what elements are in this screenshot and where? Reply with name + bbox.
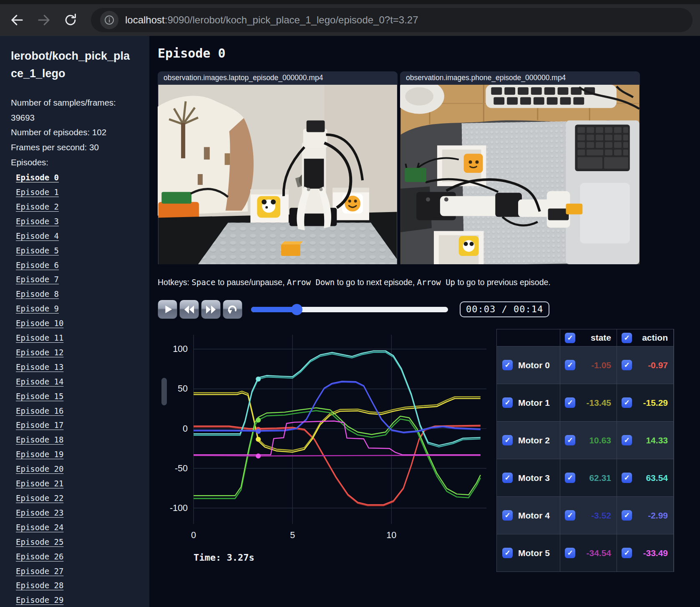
episode-link-26[interactable]: Episode 26 bbox=[16, 552, 63, 561]
motor-2-state-checkbox[interactable]: ✓ bbox=[565, 435, 575, 445]
episode-link-0[interactable]: Episode 0 bbox=[16, 173, 59, 182]
video-player-laptop[interactable] bbox=[158, 85, 398, 264]
fast-forward-button[interactable] bbox=[201, 300, 221, 319]
url-bar[interactable]: localhost:9090/lerobot/koch_pick_place_1… bbox=[91, 8, 692, 32]
episode-link-15[interactable]: Episode 15 bbox=[16, 392, 63, 401]
episode-list-item: Episode 1 bbox=[16, 185, 149, 200]
motor-2-action-checkbox[interactable]: ✓ bbox=[622, 435, 632, 445]
stat-fps: Frames per second: 30 bbox=[11, 140, 138, 155]
episode-link-24[interactable]: Episode 24 bbox=[16, 523, 63, 532]
y-tick-label: 100 bbox=[173, 344, 188, 354]
episode-link-9[interactable]: Episode 9 bbox=[16, 304, 59, 313]
motor-0-state-checkbox[interactable]: ✓ bbox=[565, 360, 575, 370]
hotkey-arrow-up: Arrow Up bbox=[417, 278, 456, 287]
episode-link-21[interactable]: Episode 21 bbox=[16, 479, 63, 488]
episode-list-item: Episode 12 bbox=[16, 346, 149, 360]
motor-4-action-checkbox[interactable]: ✓ bbox=[622, 510, 632, 521]
episode-link-18[interactable]: Episode 18 bbox=[16, 435, 63, 444]
episode-link-1[interactable]: Episode 1 bbox=[16, 187, 59, 197]
episode-link-22[interactable]: Episode 22 bbox=[16, 493, 63, 503]
episode-link-19[interactable]: Episode 19 bbox=[16, 450, 63, 459]
motor-3-state-checkbox[interactable]: ✓ bbox=[565, 473, 575, 483]
motor-5-action-checkbox[interactable]: ✓ bbox=[622, 548, 632, 558]
chart-line-action-motor-1 bbox=[194, 393, 481, 452]
chart-line-state-motor-4 bbox=[194, 382, 481, 433]
episode-link-5[interactable]: Episode 5 bbox=[16, 246, 59, 255]
motor-0-checkbox[interactable]: ✓ bbox=[502, 360, 513, 370]
motor-2-checkbox[interactable]: ✓ bbox=[502, 435, 513, 445]
episode-link-7[interactable]: Episode 7 bbox=[16, 275, 59, 284]
episode-list-item: Episode 11 bbox=[16, 331, 149, 346]
episode-link-12[interactable]: Episode 12 bbox=[16, 348, 63, 357]
episode-list-item: Episode 28 bbox=[16, 579, 149, 593]
episode-list-item: Episode 22 bbox=[16, 491, 149, 506]
motor-3-checkbox[interactable]: ✓ bbox=[502, 473, 513, 483]
motor-1-action-value: -15.29 bbox=[643, 398, 668, 408]
motor-row-3: ✓Motor 3✓62.31✓63.54 bbox=[497, 459, 674, 497]
reload-button[interactable] bbox=[61, 10, 80, 30]
state-column-checkbox[interactable]: ✓ bbox=[565, 333, 575, 343]
motor-1-action-checkbox[interactable]: ✓ bbox=[622, 397, 632, 408]
motor-0-action-checkbox[interactable]: ✓ bbox=[622, 360, 632, 370]
episode-link-23[interactable]: Episode 23 bbox=[16, 508, 63, 517]
motor-table-header: ✓ state ✓ action bbox=[497, 329, 674, 346]
seek-slider-thumb[interactable] bbox=[291, 304, 302, 315]
episode-link-8[interactable]: Episode 8 bbox=[16, 289, 59, 298]
current-time: 00:03 bbox=[466, 304, 496, 314]
motor-5-state-checkbox[interactable]: ✓ bbox=[565, 548, 575, 558]
episode-list-item: Episode 21 bbox=[16, 477, 149, 491]
play-icon bbox=[162, 304, 173, 315]
site-info-button[interactable] bbox=[100, 11, 118, 29]
video-player-phone[interactable] bbox=[400, 85, 640, 264]
episode-link-25[interactable]: Episode 25 bbox=[16, 537, 63, 546]
header-state-cell: ✓ state bbox=[560, 329, 617, 346]
episode-link-10[interactable]: Episode 10 bbox=[16, 319, 63, 328]
episode-list-item: Episode 24 bbox=[16, 521, 149, 535]
motor-5-checkbox[interactable]: ✓ bbox=[502, 548, 513, 558]
hotkey-space: Space bbox=[191, 278, 215, 287]
chart-line-state-motor-5 bbox=[194, 455, 481, 456]
sidebar-scrollbar-thumb[interactable] bbox=[161, 378, 167, 405]
episode-link-17[interactable]: Episode 17 bbox=[16, 420, 63, 430]
episode-link-3[interactable]: Episode 3 bbox=[16, 217, 59, 226]
play-button[interactable] bbox=[158, 300, 177, 319]
motor-row-5: ✓Motor 5✓-34.54✓-33.49 bbox=[497, 534, 674, 572]
action-column-checkbox[interactable]: ✓ bbox=[622, 333, 632, 343]
episode-link-13[interactable]: Episode 13 bbox=[16, 362, 63, 372]
episode-link-6[interactable]: Episode 6 bbox=[16, 261, 59, 270]
url-text: localhost:9090/lerobot/koch_pick_place_1… bbox=[125, 14, 418, 26]
episode-list-item: Episode 15 bbox=[16, 389, 149, 404]
motor-3-action-checkbox[interactable]: ✓ bbox=[622, 473, 632, 483]
motor-0-action-value: -0.97 bbox=[648, 360, 668, 370]
chart-line-state-motor-1 bbox=[194, 391, 481, 450]
episode-link-29[interactable]: Episode 29 bbox=[16, 595, 63, 604]
motor-2-action-value: 14.33 bbox=[646, 435, 668, 445]
loop-button[interactable] bbox=[223, 300, 242, 319]
forward-button[interactable] bbox=[34, 10, 53, 30]
motor-row-1: ✓Motor 1✓-13.45✓-15.29 bbox=[497, 384, 674, 422]
episode-list: Episode 0Episode 1Episode 2Episode 3Epis… bbox=[11, 171, 149, 607]
motor-4-state-checkbox[interactable]: ✓ bbox=[565, 510, 575, 521]
episode-link-20[interactable]: Episode 20 bbox=[16, 464, 63, 473]
motor-1-state-checkbox[interactable]: ✓ bbox=[565, 397, 575, 408]
rewind-button[interactable] bbox=[179, 300, 199, 319]
motor-1-checkbox[interactable]: ✓ bbox=[502, 397, 513, 408]
motor-2-state-value: 10.63 bbox=[589, 435, 611, 445]
motor-4-checkbox[interactable]: ✓ bbox=[502, 510, 513, 521]
episode-list-item: Episode 5 bbox=[16, 244, 149, 258]
episode-link-4[interactable]: Episode 4 bbox=[16, 231, 59, 240]
seek-slider[interactable] bbox=[251, 307, 448, 312]
motor-traces-chart[interactable]: 100500-50-1000510 bbox=[158, 329, 491, 548]
episode-list-item: Episode 10 bbox=[16, 316, 149, 331]
motor-0-state-value: -1.05 bbox=[591, 360, 611, 370]
episode-list-item: Episode 7 bbox=[16, 273, 149, 287]
episode-link-28[interactable]: Episode 28 bbox=[16, 581, 63, 590]
player-controls: 00:03 / 00:14 bbox=[158, 300, 700, 319]
episode-link-27[interactable]: Episode 27 bbox=[16, 567, 63, 576]
episode-link-11[interactable]: Episode 11 bbox=[16, 333, 63, 342]
episode-link-14[interactable]: Episode 14 bbox=[16, 377, 63, 386]
episode-link-16[interactable]: Episode 16 bbox=[16, 406, 63, 415]
back-button[interactable] bbox=[8, 10, 27, 30]
motor-name: Motor 0 bbox=[518, 360, 550, 370]
episode-link-2[interactable]: Episode 2 bbox=[16, 202, 59, 211]
